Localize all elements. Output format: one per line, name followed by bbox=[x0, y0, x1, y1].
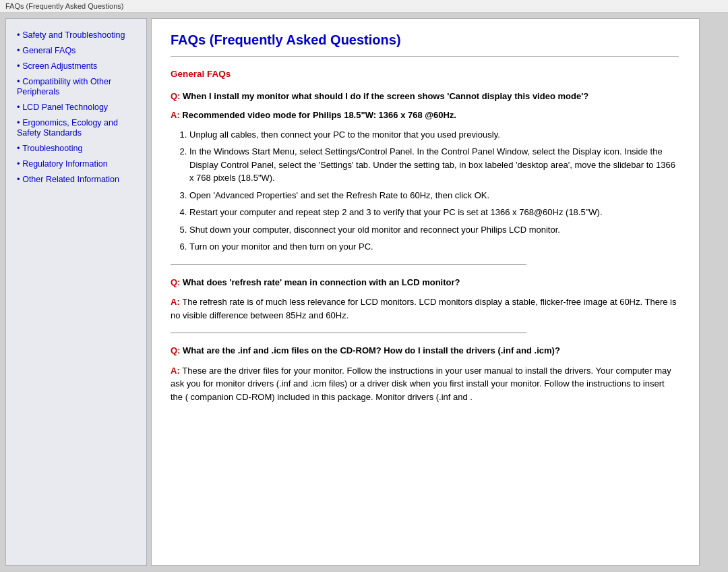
answer-2: A: The refresh rate is of much less rele… bbox=[171, 295, 679, 322]
q1-label: Q: bbox=[171, 91, 180, 101]
q2-label: Q: bbox=[171, 277, 180, 287]
sidebar-nav: Safety and Troubleshooting General FAQs … bbox=[14, 30, 138, 184]
sidebar-link-compatibility[interactable]: Compatibility with Other Peripherals bbox=[17, 77, 111, 96]
sub-divider-1 bbox=[171, 264, 526, 265]
answer-note-1: A: Recommended video mode for Philips 18… bbox=[171, 110, 679, 120]
main-content: FAQs (Frequently Asked Questions) Genera… bbox=[151, 18, 700, 566]
step-2: In the Windows Start Menu, select Settin… bbox=[189, 145, 679, 185]
sidebar-item-troubleshooting[interactable]: Troubleshooting bbox=[14, 143, 138, 153]
sidebar-link-regulatory[interactable]: Regulatory Information bbox=[22, 159, 107, 169]
sidebar: Safety and Troubleshooting General FAQs … bbox=[5, 18, 147, 566]
step-6: Turn on your monitor and then turn on yo… bbox=[189, 240, 679, 254]
sidebar-item-ergonomics[interactable]: Ergonomics, Ecology and Safety Standards bbox=[14, 117, 138, 138]
steps-list: Unplug all cables, then connect your PC … bbox=[189, 128, 679, 254]
sidebar-item-regulatory[interactable]: Regulatory Information bbox=[14, 159, 138, 169]
title-bar-text: FAQs (Frequently Asked Questions) bbox=[5, 2, 123, 10]
step-1: Unplug all cables, then connect your PC … bbox=[189, 128, 679, 142]
sidebar-link-troubleshooting[interactable]: Troubleshooting bbox=[22, 144, 82, 153]
sidebar-link-other[interactable]: Other Related Information bbox=[22, 175, 119, 184]
title-bar: FAQs (Frequently Asked Questions) bbox=[0, 0, 728, 13]
sidebar-item-other[interactable]: Other Related Information bbox=[14, 174, 138, 184]
step-4: Restart your computer and repeat step 2 … bbox=[189, 206, 679, 219]
right-panel bbox=[704, 18, 723, 566]
q1-text: When I install my monitor what should I … bbox=[183, 91, 588, 101]
sidebar-link-screen-adjustments[interactable]: Screen Adjustments bbox=[22, 61, 97, 71]
sidebar-item-general-faqs[interactable]: General FAQs bbox=[14, 45, 138, 55]
question-3: Q: What are the .inf and .icm files on t… bbox=[171, 344, 679, 358]
page-title: FAQs (Frequently Asked Questions) bbox=[171, 32, 679, 48]
a1-note-text: Recommended video mode for Philips 18.5"… bbox=[182, 110, 456, 120]
sidebar-link-ergonomics[interactable]: Ergonomics, Ecology and Safety Standards bbox=[17, 118, 118, 138]
sidebar-item-lcd-panel[interactable]: LCD Panel Technology bbox=[14, 102, 138, 112]
sidebar-link-general-faqs[interactable]: General FAQs bbox=[22, 46, 75, 55]
question-2: Q: What does 'refresh rate' mean in conn… bbox=[171, 276, 679, 289]
q3-text: What are the .inf and .icm files on the … bbox=[183, 345, 560, 355]
a3-text: These are the driver files for your moni… bbox=[171, 366, 671, 402]
sub-divider-2 bbox=[171, 333, 526, 333]
top-divider bbox=[171, 56, 679, 57]
q3-label: Q: bbox=[171, 345, 180, 355]
section-title: General FAQs bbox=[171, 69, 679, 79]
sidebar-item-safety[interactable]: Safety and Troubleshooting bbox=[14, 30, 138, 40]
sidebar-link-lcd-panel[interactable]: LCD Panel Technology bbox=[22, 103, 108, 112]
sidebar-item-compatibility[interactable]: Compatibility with Other Peripherals bbox=[14, 76, 138, 96]
sidebar-item-screen-adjustments[interactable]: Screen Adjustments bbox=[14, 61, 138, 71]
a3-label: A: bbox=[171, 366, 182, 376]
a2-text: The refresh rate is of much less relevan… bbox=[171, 297, 676, 320]
sidebar-link-safety[interactable]: Safety and Troubleshooting bbox=[22, 30, 125, 40]
q2-text: What does 'refresh rate' mean in connect… bbox=[183, 277, 460, 287]
a2-label: A: bbox=[171, 297, 182, 307]
answer-3: A: These are the driver files for your m… bbox=[171, 364, 679, 404]
step-3: Open 'Advanced Properties' and set the R… bbox=[189, 189, 679, 202]
question-1: Q: When I install my monitor what should… bbox=[171, 90, 679, 103]
a1-label: A: bbox=[171, 110, 182, 120]
step-5: Shut down your computer, disconnect your… bbox=[189, 223, 679, 237]
